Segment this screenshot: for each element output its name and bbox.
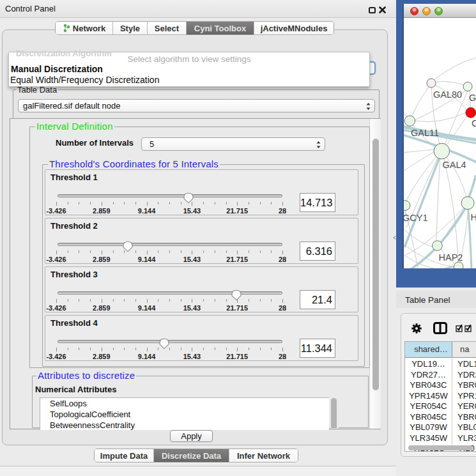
svg-text:HIS: HIS xyxy=(471,212,476,222)
svg-text:GCY1: GCY1 xyxy=(404,213,428,223)
svg-text:CY: CY xyxy=(472,118,476,128)
svg-text:GAL11: GAL11 xyxy=(411,128,439,138)
svg-text:GAL80: GAL80 xyxy=(433,89,462,100)
svg-text:GA: GA xyxy=(469,93,476,103)
svg-text:GAL4: GAL4 xyxy=(443,160,466,170)
svg-text:HAP2: HAP2 xyxy=(439,252,463,263)
